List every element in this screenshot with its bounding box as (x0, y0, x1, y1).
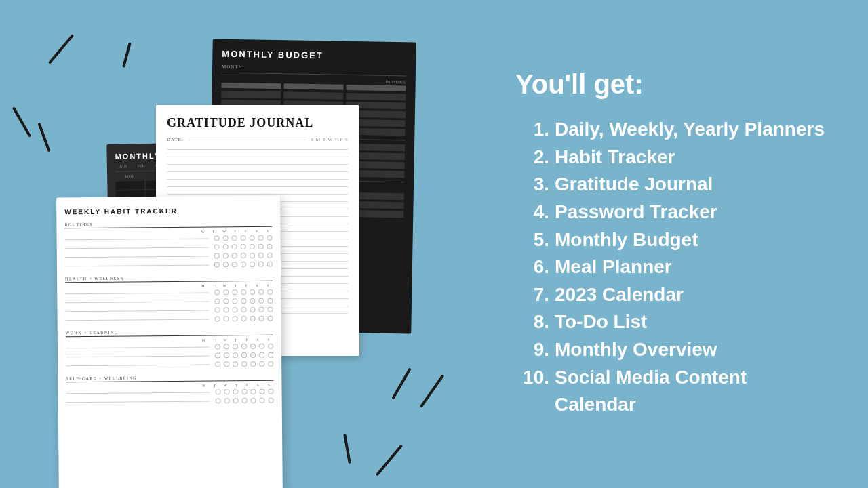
item-number-4: 4. (515, 199, 549, 226)
background: MONTHLY BUDGET MONTH: PAID DATE TO (0, 0, 868, 488)
item-text-7: 2023 Calendar (555, 281, 827, 309)
work-section: WORK + LEARNING MTWTFSS (66, 329, 273, 369)
habit-row (65, 307, 273, 314)
habit-row (66, 316, 273, 323)
habit-row (65, 253, 273, 260)
gratitude-title: GRATITUDE JOURNAL (167, 116, 349, 130)
health-label: HEALTH + WELLNESS (65, 275, 273, 283)
list-item-6: 6.Meal Planner (515, 253, 827, 281)
doc-habit-tracker: WEEKLY HABIT TRACKER ROUTINES MTWTFSS HE… (56, 196, 283, 488)
item-number-5: 5. (515, 226, 549, 254)
item-text-4: Password Tracker (555, 199, 827, 226)
item-number-3: 3. (515, 171, 549, 199)
habit-row (66, 398, 274, 405)
documents-area: MONTHLY BUDGET MONTH: PAID DATE TO (20, 27, 461, 468)
monthly-budget-title: MONTHLY BUDGET (222, 49, 406, 62)
habit-row (66, 361, 273, 369)
item-text-9: Monthly Overview (555, 336, 827, 364)
list-item-10: 10.Social Media Content Calendar (515, 364, 827, 419)
work-label: WORK + LEARNING (66, 329, 273, 338)
list-item-8: 8.To-Do List (515, 308, 827, 336)
list-item-4: 4.Password Tracker (515, 199, 827, 226)
days-header-3: MTWTFSS (66, 338, 273, 344)
item-number-1: 1. (515, 116, 549, 144)
health-section: HEALTH + WELLNESS MTWTFSS (65, 275, 273, 323)
item-text-1: Daily, Weekly, Yearly Planners (555, 116, 827, 144)
list-item-1: 1.Daily, Weekly, Yearly Planners (515, 116, 827, 144)
habit-row (65, 244, 273, 251)
list-item-7: 7.2023 Calendar (515, 281, 827, 309)
list-item-9: 9.Monthly Overview (515, 336, 827, 364)
item-number-8: 8. (515, 308, 549, 336)
item-text-3: Gratitude Journal (555, 171, 827, 199)
items-list: 1.Daily, Weekly, Yearly Planners2.Habit … (515, 116, 827, 419)
list-item-2: 2.Habit Tracker (515, 144, 827, 171)
days-header-2: MTWTFSS (65, 284, 273, 289)
item-number-6: 6. (515, 253, 549, 281)
item-number-2: 2. (515, 144, 549, 171)
habit-row (66, 352, 273, 360)
divider (222, 73, 406, 77)
list-item-5: 5.Monthly Budget (515, 226, 827, 254)
item-text-10: Social Media Content Calendar (555, 364, 827, 419)
main-heading: You'll get: (515, 69, 827, 100)
routines-section: ROUTINES MTWTFSS (64, 221, 273, 269)
list-item-3: 3.Gratitude Journal (515, 171, 827, 199)
habit-tracker-title: WEEKLY HABIT TRACKER (64, 207, 272, 216)
right-panel: You'll get: 1.Daily, Weekly, Yearly Plan… (461, 0, 868, 488)
item-text-2: Habit Tracker (555, 144, 827, 171)
item-text-5: Monthly Budget (555, 226, 827, 254)
item-number-7: 7. (515, 281, 549, 309)
routines-label: ROUTINES (64, 221, 272, 229)
item-text-6: Meal Planner (555, 253, 827, 281)
habit-row (65, 235, 273, 243)
days-header-4: MTWTFSS (66, 384, 273, 389)
habit-row (65, 262, 273, 269)
month-label: MONTH: (222, 64, 406, 73)
habit-row (66, 344, 273, 351)
date-row: DATE: S M T W T F S (167, 137, 349, 142)
habit-row (66, 389, 274, 396)
selfcare-section: SELF-CARE + WELLBEING MTWTFSS (66, 375, 273, 405)
item-number-9: 9. (515, 336, 549, 364)
item-number-10: 10. (515, 364, 549, 392)
days-header: MTWTFSS (64, 230, 272, 235)
selfcare-label: SELF-CARE + WELLBEING (66, 375, 273, 383)
item-text-8: To-Do List (555, 308, 827, 336)
habit-row (65, 298, 273, 306)
habit-row (65, 289, 273, 297)
